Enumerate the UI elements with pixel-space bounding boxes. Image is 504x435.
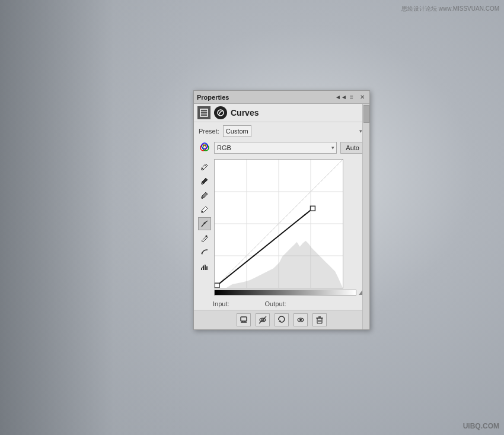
panel-title: Properties	[197, 94, 229, 101]
curve-control-point-1	[215, 283, 219, 288]
eyedropper-point-tool[interactable]	[198, 160, 211, 173]
gradient-bar-row	[214, 290, 366, 296]
preset-label: Preset:	[199, 128, 219, 135]
pencil-tool[interactable]	[198, 231, 211, 245]
tools-sidebar	[197, 159, 212, 296]
channel-svg-icon	[199, 142, 210, 153]
smooth-icon	[200, 248, 209, 256]
gray-point-eyedropper-tool[interactable]	[198, 189, 211, 202]
circle-svg-icon	[217, 109, 224, 116]
panel-titlebar: Properties ◄◄ ≡ ✕	[194, 91, 369, 104]
panel-header: Curves	[194, 104, 369, 122]
svg-marker-32	[279, 320, 281, 322]
main-area	[194, 157, 369, 298]
eyedropper-point-icon	[200, 163, 209, 171]
smooth-tool[interactable]	[198, 246, 211, 259]
view-previous-button[interactable]	[256, 313, 270, 326]
reset-icon	[277, 316, 286, 324]
white-eyedropper-icon	[200, 205, 209, 214]
curves-edit-tool[interactable]	[198, 217, 211, 230]
svg-point-9	[202, 183, 203, 185]
curves-tool-icon	[200, 220, 209, 228]
svg-point-10	[202, 197, 203, 199]
white-point-eyedropper-tool[interactable]	[198, 203, 211, 216]
trash-icon	[315, 316, 324, 324]
svg-point-11	[202, 211, 203, 213]
clip-icon	[240, 316, 248, 324]
svg-point-34	[299, 319, 302, 321]
preset-select-wrapper: Custom Default Lighter Darker	[223, 125, 365, 137]
clip-to-layer-button[interactable]	[237, 313, 251, 326]
watermark-top: 思绘设计论坛 www.MISSVUAN.COM	[401, 5, 499, 13]
adjustment-layers-icon[interactable]	[197, 106, 210, 119]
delete-button[interactable]	[312, 313, 327, 326]
io-row: Input: Output:	[194, 298, 369, 310]
visibility-button[interactable]	[294, 313, 308, 326]
gray-eyedropper-icon	[200, 191, 209, 199]
svg-rect-0	[200, 109, 208, 116]
black-point-eyedropper-tool[interactable]	[198, 174, 211, 188]
curves-mode-icon[interactable]	[214, 106, 227, 119]
rgb-row: RGB Red Green Blue Auto	[194, 140, 369, 157]
city-bg	[0, 0, 190, 435]
rgb-select-wrapper: RGB Red Green Blue	[214, 142, 337, 154]
preset-select[interactable]: Custom Default Lighter Darker	[223, 125, 251, 137]
gradient-bar	[214, 290, 356, 296]
properties-panel: Properties ◄◄ ≡ ✕ Curves Preset:	[193, 90, 370, 330]
svg-line-31	[259, 316, 266, 323]
panel-menu-icon[interactable]: ≡	[347, 93, 356, 101]
eye-prev-icon	[259, 316, 267, 324]
auto-button[interactable]: Auto	[340, 142, 365, 154]
rgb-select[interactable]: RGB Red Green Blue	[214, 142, 337, 154]
preset-row: Preset: Custom Default Lighter Darker	[194, 122, 369, 140]
curve-control-point-2	[311, 206, 315, 211]
histogram-tool[interactable]	[198, 260, 211, 273]
pencil-icon	[200, 234, 209, 242]
double-arrow-button[interactable]: ◄◄	[337, 93, 345, 101]
watermark-bottom: UiBQ.COM	[463, 422, 499, 430]
titlebar-controls: ◄◄ ≡ ✕	[337, 93, 366, 101]
input-label: Input:	[213, 300, 229, 307]
panel-bottom-toolbar	[194, 310, 369, 329]
histogram-icon	[200, 262, 209, 271]
curve-canvas[interactable]	[214, 159, 343, 288]
svg-rect-25	[241, 317, 247, 321]
black-eyedropper-icon	[200, 177, 209, 185]
output-label: Output:	[265, 300, 286, 307]
visibility-icon	[296, 316, 305, 324]
reset-button[interactable]	[275, 313, 289, 326]
svg-point-12	[204, 223, 206, 224]
layers-svg-icon	[200, 109, 208, 117]
channel-icon	[199, 142, 210, 154]
svg-point-3	[218, 110, 224, 116]
svg-point-6	[202, 143, 208, 149]
curves-label: Curves	[231, 108, 259, 118]
curve-svg	[215, 160, 343, 288]
panel-close-button[interactable]: ✕	[358, 93, 366, 101]
panel-scrollbar[interactable]	[362, 104, 369, 329]
curve-container	[214, 159, 366, 296]
scrollbar-thumb[interactable]	[363, 105, 369, 123]
svg-point-7	[202, 169, 203, 170]
